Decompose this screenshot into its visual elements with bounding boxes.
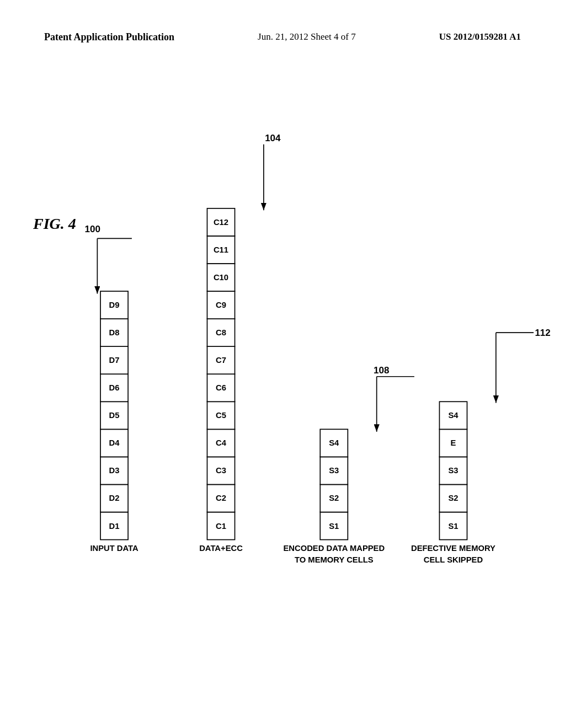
svg-text:D4: D4 bbox=[109, 438, 120, 447]
svg-text:C8: C8 bbox=[216, 328, 226, 337]
svg-text:C10: C10 bbox=[214, 273, 228, 282]
svg-text:D2: D2 bbox=[109, 494, 120, 502]
svg-text:S3: S3 bbox=[329, 466, 339, 475]
svg-text:S2: S2 bbox=[448, 494, 458, 502]
figure-diagram: D1 D2 D3 D4 D5 D6 D7 D8 D9 INPUT DATA 10… bbox=[0, 0, 565, 728]
defective-label-2: CELL SKIPPED bbox=[424, 555, 483, 564]
svg-text:S4: S4 bbox=[448, 411, 459, 420]
input-data-label: INPUT DATA bbox=[90, 544, 138, 553]
svg-text:D6: D6 bbox=[109, 383, 120, 392]
svg-text:D7: D7 bbox=[109, 356, 120, 365]
svg-text:C6: C6 bbox=[216, 383, 226, 392]
svg-text:S4: S4 bbox=[329, 438, 339, 447]
svg-text:C11: C11 bbox=[214, 245, 228, 254]
svg-text:C3: C3 bbox=[216, 466, 226, 475]
svg-text:S3: S3 bbox=[448, 466, 458, 475]
svg-text:C5: C5 bbox=[216, 411, 226, 420]
svg-text:D3: D3 bbox=[109, 466, 120, 475]
svg-text:C9: C9 bbox=[216, 301, 226, 309]
defective-label-1: DEFECTIVE MEMORY bbox=[411, 544, 495, 553]
svg-text:D1: D1 bbox=[109, 522, 120, 531]
encoded-label-2: TO MEMORY CELLS bbox=[295, 555, 374, 564]
svg-text:C4: C4 bbox=[216, 438, 227, 447]
ref-104: 104 bbox=[265, 133, 281, 143]
svg-text:D9: D9 bbox=[109, 301, 120, 309]
ref-108: 108 bbox=[374, 365, 389, 376]
svg-text:C1: C1 bbox=[216, 522, 226, 531]
svg-text:C12: C12 bbox=[214, 218, 228, 227]
svg-text:D5: D5 bbox=[109, 411, 120, 420]
svg-text:S1: S1 bbox=[448, 522, 458, 531]
svg-text:S1: S1 bbox=[329, 522, 339, 531]
svg-text:C7: C7 bbox=[216, 356, 226, 365]
data-ecc-label: DATA+ECC bbox=[199, 544, 243, 553]
ref-112: 112 bbox=[535, 328, 550, 338]
encoded-label-1: ENCODED DATA MAPPED bbox=[283, 544, 385, 553]
svg-text:E: E bbox=[451, 438, 456, 447]
svg-text:C2: C2 bbox=[216, 494, 226, 502]
svg-text:S2: S2 bbox=[329, 494, 339, 502]
svg-text:D8: D8 bbox=[109, 328, 120, 337]
ref-100: 100 bbox=[85, 224, 100, 234]
